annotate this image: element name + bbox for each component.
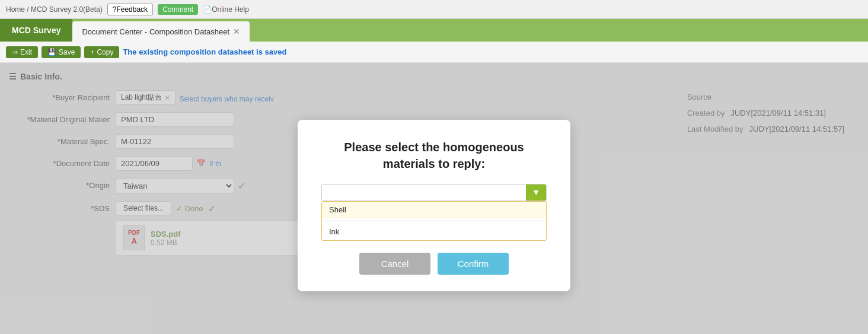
confirm-button[interactable]: Confirm <box>438 253 509 275</box>
dropdown-option-ink[interactable]: Ink <box>322 224 546 240</box>
chevron-down-icon: ▼ <box>532 187 540 197</box>
copy-label: Copy <box>97 48 113 56</box>
exit-icon: ⇒ <box>12 48 18 56</box>
modal-buttons: Cancel Confirm <box>321 253 547 275</box>
tab-mcd-survey[interactable]: MCD Survey <box>0 19 72 42</box>
dropdown-input-row: ▼ <box>321 184 547 201</box>
save-label: Save <box>59 48 75 56</box>
save-icon: 💾 <box>47 48 56 56</box>
save-button[interactable]: 💾 Save <box>42 46 81 58</box>
dropdown-text-input[interactable] <box>322 185 526 201</box>
copy-button[interactable]: + Copy <box>84 46 119 58</box>
dropdown-arrow-button[interactable]: ▼ <box>526 185 546 201</box>
modal-overlay: Please select the homogeneous materials … <box>0 63 868 334</box>
tab-bar: MCD Survey Document Center - Composition… <box>0 19 868 42</box>
breadcrumb-sep: / <box>27 5 28 14</box>
top-nav: Home / MCD Survey 2.0(Beta) ?Feedback Co… <box>0 0 868 19</box>
feedback-button[interactable]: ?Feedback <box>107 4 153 15</box>
tab-close-icon[interactable]: ✕ <box>233 27 240 36</box>
comment-button[interactable]: Comment <box>158 4 198 15</box>
tab-mcd-label: MCD Survey <box>12 26 60 35</box>
modal-title: Please select the homogeneous materials … <box>321 139 547 172</box>
cancel-button[interactable]: Cancel <box>359 253 430 275</box>
tab-document-center[interactable]: Document Center - Composition Datasheet … <box>72 21 250 42</box>
copy-icon: + <box>90 48 94 56</box>
breadcrumb-current: MCD Survey 2.0(Beta) <box>31 5 103 14</box>
exit-button[interactable]: ⇒ Exit <box>6 46 38 58</box>
dropdown-option-shell[interactable]: Shell <box>322 202 546 218</box>
breadcrumb: Home / MCD Survey 2.0(Beta) <box>6 5 103 14</box>
tab-doc-label: Document Center - Composition Datasheet <box>82 27 229 36</box>
exit-label: Exit <box>20 48 32 56</box>
saved-message: The existing composition datasheet is sa… <box>123 47 286 56</box>
online-help-button[interactable]: 📄Online Help <box>203 5 249 14</box>
toolbar: ⇒ Exit 💾 Save + Copy The existing compos… <box>0 42 868 63</box>
dropdown-list: Shell Ink <box>321 201 547 241</box>
dropdown-container: ▼ Shell Ink <box>321 184 547 241</box>
main-content: ☰ Basic Info. *Buyer Recipient Lab light… <box>0 63 868 334</box>
breadcrumb-home[interactable]: Home <box>6 5 25 14</box>
modal-dialog: Please select the homogeneous materials … <box>298 120 570 291</box>
